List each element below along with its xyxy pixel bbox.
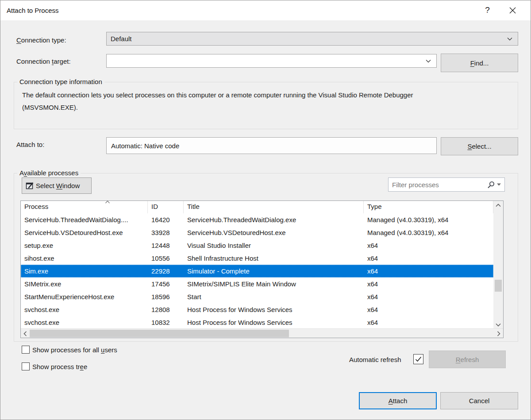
process-cell: 10832 bbox=[148, 316, 184, 329]
process-cell: 16420 bbox=[148, 213, 184, 226]
process-cell: SIMetrix/SIMPLIS Elite Main Window bbox=[184, 277, 364, 290]
column-header-id[interactable]: ID bbox=[148, 201, 184, 213]
process-row[interactable]: sihost.exe10556Shell Infrastructure Host… bbox=[21, 252, 493, 265]
process-cell: Simulator - Complete bbox=[184, 265, 364, 277]
cancel-button[interactable]: Cancel bbox=[440, 392, 518, 409]
select-window-icon bbox=[25, 181, 35, 191]
process-cell: x64 bbox=[364, 290, 493, 303]
connection-type-label: Connection type: bbox=[16, 36, 66, 44]
attach-to-field[interactable]: Automatic: Native code bbox=[106, 137, 437, 154]
filter-processes-box bbox=[388, 177, 505, 192]
search-icon[interactable] bbox=[487, 181, 495, 189]
filter-processes-input[interactable] bbox=[389, 181, 487, 189]
connection-type-info-title: Connection type information bbox=[17, 78, 104, 85]
process-cell: x64 bbox=[364, 265, 493, 277]
process-cell: x64 bbox=[364, 277, 493, 290]
checkmark-icon bbox=[415, 356, 422, 362]
connection-target-combobox[interactable] bbox=[106, 54, 437, 68]
process-row[interactable]: ServiceHub.VSDetouredHost.exe33928Servic… bbox=[21, 226, 493, 239]
process-row[interactable]: setup.exe12448Visual Studio Installerx64 bbox=[21, 239, 493, 252]
help-button[interactable]: ? bbox=[477, 0, 497, 20]
process-cell: x64 bbox=[364, 252, 493, 265]
process-cell: SIMetrix.exe bbox=[21, 277, 148, 290]
chevron-down-icon bbox=[507, 37, 512, 41]
process-row[interactable]: svchost.exe12808Host Process for Windows… bbox=[21, 303, 493, 316]
process-cell: Start bbox=[184, 290, 364, 303]
attach-to-label: Attach to: bbox=[16, 141, 44, 148]
process-cell: 12448 bbox=[148, 239, 184, 252]
process-row[interactable]: svchost.exe10832Host Process for Windows… bbox=[21, 316, 493, 329]
column-header-process[interactable]: Process bbox=[21, 201, 148, 213]
process-cell: Shell Infrastructure Host bbox=[184, 252, 364, 265]
connection-target-label: Connection target: bbox=[16, 58, 71, 65]
process-cell: x64 bbox=[364, 303, 493, 316]
close-button[interactable] bbox=[503, 0, 523, 20]
scroll-right-button[interactable] bbox=[494, 329, 503, 338]
process-list-header: Process ID Title Type bbox=[21, 201, 493, 213]
process-row[interactable]: ServiceHub.ThreadedWaitDialog....16420Se… bbox=[21, 213, 493, 226]
scroll-up-button[interactable] bbox=[493, 201, 503, 209]
scroll-left-button[interactable] bbox=[21, 329, 30, 338]
vertical-scrollbar[interactable] bbox=[493, 201, 503, 329]
process-cell: StartMenuExperienceHost.exe bbox=[21, 290, 148, 303]
process-cell: 12808 bbox=[148, 303, 184, 316]
process-cell: svchost.exe bbox=[21, 303, 148, 316]
connection-type-combobox[interactable]: Default bbox=[106, 32, 518, 46]
attach-to-value: Automatic: Native code bbox=[107, 142, 179, 150]
help-icon: ? bbox=[485, 5, 490, 15]
select-window-label: Select Window bbox=[36, 182, 80, 189]
process-cell: setup.exe bbox=[21, 239, 148, 252]
horizontal-scrollbar-thumb[interactable] bbox=[30, 330, 289, 337]
scroll-down-icon bbox=[496, 323, 501, 327]
process-cell: 18596 bbox=[148, 290, 184, 303]
process-cell: ServiceHub.VSDetouredHost.exe bbox=[21, 226, 148, 239]
select-button[interactable]: Select... bbox=[441, 137, 518, 155]
process-cell: ServiceHub.VSDetouredHost.exe bbox=[184, 226, 364, 239]
select-window-button[interactable]: Select Window bbox=[22, 177, 92, 194]
process-cell: Managed (v4.0.30319), x64 bbox=[364, 213, 493, 226]
process-cell: Visual Studio Installer bbox=[184, 239, 364, 252]
horizontal-scrollbar[interactable] bbox=[21, 328, 503, 338]
automatic-refresh-checkbox[interactable] bbox=[413, 354, 423, 364]
process-cell: ServiceHub.ThreadedWaitDialog.... bbox=[21, 213, 148, 226]
scroll-right-icon bbox=[497, 331, 500, 336]
process-cell: 10556 bbox=[148, 252, 184, 265]
connection-type-info-group: Connection type information The default … bbox=[14, 82, 518, 129]
dialog-title: Attach to Process bbox=[7, 7, 59, 14]
process-cell: Host Process for Windows Services bbox=[184, 303, 364, 316]
show-all-users-checkbox[interactable] bbox=[22, 346, 30, 354]
available-processes-title: Available processes bbox=[17, 169, 81, 177]
process-cell: 22928 bbox=[148, 265, 184, 277]
refresh-button[interactable]: Refresh bbox=[429, 351, 506, 368]
scroll-down-button[interactable] bbox=[493, 320, 503, 329]
sort-ascending-icon bbox=[105, 200, 110, 204]
process-row[interactable]: SIMetrix.exe17456SIMetrix/SIMPLIS Elite … bbox=[21, 277, 493, 290]
attach-button[interactable]: Attach bbox=[359, 392, 437, 409]
automatic-refresh-label[interactable]: Automatic refresh bbox=[349, 356, 401, 363]
process-cell: Managed (v4.0.30319), x64 bbox=[364, 226, 493, 239]
show-process-tree-checkbox[interactable] bbox=[22, 362, 30, 370]
column-header-title[interactable]: Title bbox=[184, 201, 364, 213]
show-process-tree-label[interactable]: Show process tree bbox=[32, 363, 87, 370]
vertical-scrollbar-thumb[interactable] bbox=[495, 280, 502, 292]
process-row[interactable]: StartMenuExperienceHost.exe18596Startx64 bbox=[21, 290, 493, 303]
scroll-left-icon bbox=[23, 331, 27, 336]
titlebar: Attach to Process ? bbox=[0, 0, 531, 20]
chevron-down-icon bbox=[426, 59, 431, 63]
process-cell: Host Process for Windows Services bbox=[184, 316, 364, 329]
process-cell: 33928 bbox=[148, 226, 184, 239]
process-cell: sihost.exe bbox=[21, 252, 148, 265]
close-icon bbox=[509, 7, 516, 14]
scroll-up-icon bbox=[496, 204, 501, 207]
column-header-type[interactable]: Type bbox=[364, 201, 493, 213]
process-rows: ServiceHub.ThreadedWaitDialog....16420Se… bbox=[21, 213, 493, 329]
process-row[interactable]: Sim.exe22928Simulator - Completex64 bbox=[21, 265, 493, 277]
show-all-users-label[interactable]: Show processes for all users bbox=[32, 346, 117, 354]
attach-to-process-dialog: Attach to Process ? Connection type: Def… bbox=[0, 0, 531, 420]
process-cell: 17456 bbox=[148, 277, 184, 290]
dropdown-caret-icon[interactable] bbox=[497, 183, 501, 186]
connection-type-info-text: The default connection lets you select p… bbox=[22, 89, 413, 114]
find-button[interactable]: Find... bbox=[441, 54, 518, 72]
process-cell: svchost.exe bbox=[21, 316, 148, 329]
process-cell: Sim.exe bbox=[21, 265, 148, 277]
